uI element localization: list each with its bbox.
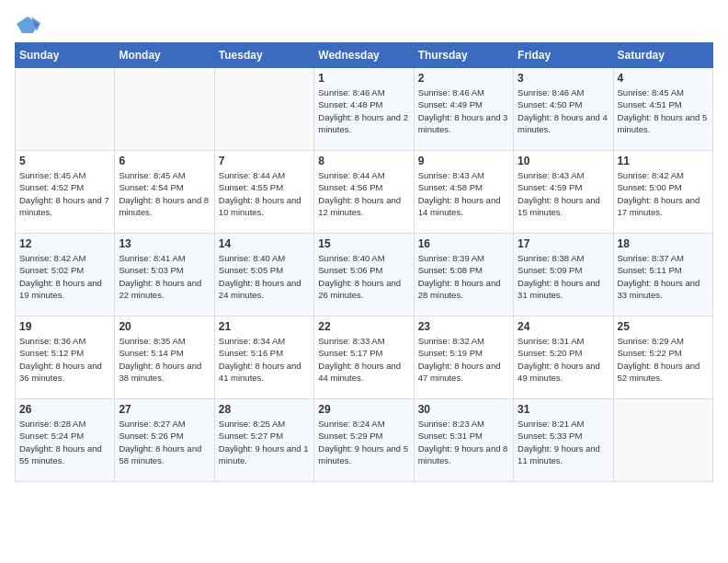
day-number: 7 [219,155,310,167]
calendar-cell: 22 Sunrise: 8:33 AMSunset: 5:17 PMDaylig… [314,316,414,399]
day-number: 6 [119,155,210,167]
cell-detail: Sunrise: 8:44 AMSunset: 4:56 PMDaylight:… [318,169,409,218]
cell-detail: Sunrise: 8:32 AMSunset: 5:19 PMDaylight:… [418,335,509,384]
cell-detail: Sunrise: 8:45 AMSunset: 4:54 PMDaylight:… [119,169,210,218]
cell-detail: Sunrise: 8:45 AMSunset: 4:52 PMDaylight:… [19,169,110,218]
week-row-4: 19 Sunrise: 8:36 AMSunset: 5:12 PMDaylig… [16,316,713,399]
day-number: 28 [219,403,310,416]
week-row-3: 12 Sunrise: 8:42 AMSunset: 5:02 PMDaylig… [16,234,713,316]
calendar-cell: 30 Sunrise: 8:23 AMSunset: 5:31 PMDaylig… [414,399,513,482]
calendar-cell: 7 Sunrise: 8:44 AMSunset: 4:55 PMDayligh… [214,151,313,234]
weekday-header-sunday: Sunday [16,43,115,68]
calendar-cell: 10 Sunrise: 8:43 AMSunset: 4:59 PMDaylig… [514,151,613,234]
logo [15,15,44,35]
cell-detail: Sunrise: 8:34 AMSunset: 5:16 PMDaylight:… [219,335,310,384]
day-number: 23 [418,320,509,333]
cell-detail: Sunrise: 8:27 AMSunset: 5:26 PMDaylight:… [119,418,210,466]
calendar-cell: 15 Sunrise: 8:40 AMSunset: 5:06 PMDaylig… [314,234,414,316]
weekday-header-tuesday: Tuesday [214,43,313,68]
day-number: 15 [318,237,409,250]
calendar-cell: 3 Sunrise: 8:46 AMSunset: 4:50 PMDayligh… [514,68,613,151]
calendar-cell [613,399,712,482]
cell-detail: Sunrise: 8:21 AMSunset: 5:33 PMDaylight:… [518,418,609,466]
calendar-cell: 5 Sunrise: 8:45 AMSunset: 4:52 PMDayligh… [16,151,115,234]
cell-detail: Sunrise: 8:33 AMSunset: 5:17 PMDaylight:… [318,335,409,384]
calendar-cell: 24 Sunrise: 8:31 AMSunset: 5:20 PMDaylig… [514,316,613,399]
calendar-cell: 14 Sunrise: 8:40 AMSunset: 5:05 PMDaylig… [214,234,313,316]
calendar-cell: 27 Sunrise: 8:27 AMSunset: 5:26 PMDaylig… [115,399,214,482]
calendar-cell: 8 Sunrise: 8:44 AMSunset: 4:56 PMDayligh… [314,151,414,234]
day-number: 11 [618,155,709,167]
calendar-cell: 18 Sunrise: 8:37 AMSunset: 5:11 PMDaylig… [613,234,712,316]
day-number: 17 [518,237,609,250]
day-number: 13 [119,237,210,250]
day-number: 9 [418,155,509,167]
cell-detail: Sunrise: 8:43 AMSunset: 4:59 PMDaylight:… [518,169,609,218]
weekday-header-row: SundayMondayTuesdayWednesdayThursdayFrid… [16,43,713,68]
day-number: 21 [219,320,310,333]
day-number: 1 [318,72,409,85]
calendar-cell: 11 Sunrise: 8:42 AMSunset: 5:00 PMDaylig… [613,151,712,234]
calendar-cell [16,68,115,151]
calendar-cell: 20 Sunrise: 8:35 AMSunset: 5:14 PMDaylig… [115,316,214,399]
cell-detail: Sunrise: 8:24 AMSunset: 5:29 PMDaylight:… [318,418,409,466]
calendar-cell: 1 Sunrise: 8:46 AMSunset: 4:48 PMDayligh… [314,68,414,151]
weekday-header-friday: Friday [514,43,613,68]
cell-detail: Sunrise: 8:41 AMSunset: 5:03 PMDaylight:… [119,252,210,301]
calendar-cell: 17 Sunrise: 8:38 AMSunset: 5:09 PMDaylig… [514,234,613,316]
week-row-2: 5 Sunrise: 8:45 AMSunset: 4:52 PMDayligh… [16,151,713,234]
calendar-cell: 26 Sunrise: 8:28 AMSunset: 5:24 PMDaylig… [16,399,115,482]
calendar-cell: 2 Sunrise: 8:46 AMSunset: 4:49 PMDayligh… [414,68,513,151]
calendar-cell: 12 Sunrise: 8:42 AMSunset: 5:02 PMDaylig… [16,234,115,316]
day-number: 18 [618,237,709,250]
day-number: 2 [418,72,509,85]
calendar-cell: 25 Sunrise: 8:29 AMSunset: 5:22 PMDaylig… [613,316,712,399]
cell-detail: Sunrise: 8:39 AMSunset: 5:08 PMDaylight:… [418,252,509,301]
cell-detail: Sunrise: 8:35 AMSunset: 5:14 PMDaylight:… [119,335,210,384]
calendar-cell: 21 Sunrise: 8:34 AMSunset: 5:16 PMDaylig… [214,316,313,399]
cell-detail: Sunrise: 8:40 AMSunset: 5:06 PMDaylight:… [318,252,409,301]
day-number: 25 [618,320,709,333]
day-number: 12 [19,237,110,250]
cell-detail: Sunrise: 8:40 AMSunset: 5:05 PMDaylight:… [219,252,310,301]
calendar-cell: 19 Sunrise: 8:36 AMSunset: 5:12 PMDaylig… [16,316,115,399]
calendar-table: SundayMondayTuesdayWednesdayThursdayFrid… [15,42,713,482]
cell-detail: Sunrise: 8:45 AMSunset: 4:51 PMDaylight:… [618,86,709,135]
cell-detail: Sunrise: 8:42 AMSunset: 5:00 PMDaylight:… [618,169,709,218]
cell-detail: Sunrise: 8:36 AMSunset: 5:12 PMDaylight:… [19,335,110,384]
cell-detail: Sunrise: 8:43 AMSunset: 4:58 PMDaylight:… [418,169,509,218]
day-number: 29 [318,403,409,416]
cell-detail: Sunrise: 8:29 AMSunset: 5:22 PMDaylight:… [618,335,709,384]
cell-detail: Sunrise: 8:31 AMSunset: 5:20 PMDaylight:… [518,335,609,384]
weekday-header-monday: Monday [115,43,214,68]
calendar-cell: 16 Sunrise: 8:39 AMSunset: 5:08 PMDaylig… [414,234,513,316]
cell-detail: Sunrise: 8:46 AMSunset: 4:50 PMDaylight:… [518,86,609,135]
calendar-cell [115,68,214,151]
week-row-5: 26 Sunrise: 8:28 AMSunset: 5:24 PMDaylig… [16,399,713,482]
logo-icon [15,15,40,35]
cell-detail: Sunrise: 8:46 AMSunset: 4:49 PMDaylight:… [418,86,509,135]
day-number: 24 [518,320,609,333]
cell-detail: Sunrise: 8:44 AMSunset: 4:55 PMDaylight:… [219,169,310,218]
day-number: 22 [318,320,409,333]
cell-detail: Sunrise: 8:38 AMSunset: 5:09 PMDaylight:… [518,252,609,301]
weekday-header-wednesday: Wednesday [314,43,414,68]
day-number: 31 [518,403,609,416]
day-number: 26 [19,403,110,416]
calendar-cell [214,68,313,151]
week-row-1: 1 Sunrise: 8:46 AMSunset: 4:48 PMDayligh… [16,68,713,151]
cell-detail: Sunrise: 8:25 AMSunset: 5:27 PMDaylight:… [219,418,310,466]
day-number: 27 [119,403,210,416]
weekday-header-thursday: Thursday [414,43,513,68]
page-header [15,15,713,35]
day-number: 14 [219,237,310,250]
cell-detail: Sunrise: 8:28 AMSunset: 5:24 PMDaylight:… [19,418,110,466]
day-number: 16 [418,237,509,250]
cell-detail: Sunrise: 8:37 AMSunset: 5:11 PMDaylight:… [618,252,709,301]
day-number: 10 [518,155,609,167]
calendar-cell: 4 Sunrise: 8:45 AMSunset: 4:51 PMDayligh… [613,68,712,151]
day-number: 30 [418,403,509,416]
day-number: 8 [318,155,409,167]
weekday-header-saturday: Saturday [613,43,712,68]
calendar-cell: 13 Sunrise: 8:41 AMSunset: 5:03 PMDaylig… [115,234,214,316]
